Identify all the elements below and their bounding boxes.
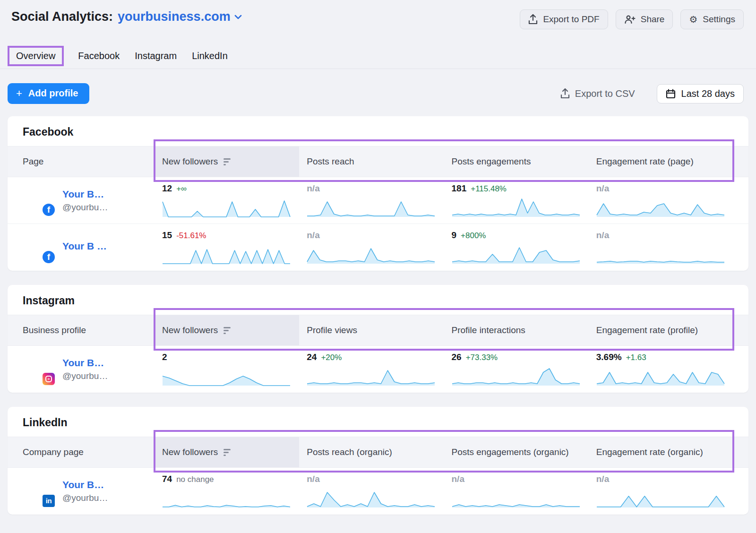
settings-button[interactable]: ⚙ Settings: [680, 9, 744, 29]
sparkline-chart: [162, 196, 291, 218]
profile-cell: f Your B …: [23, 232, 155, 263]
column-header-new-followers[interactable]: New followers: [155, 315, 299, 345]
column-header-posts-reach[interactable]: Posts reach: [299, 146, 444, 177]
table-header: Page New followers Posts reach Posts eng…: [8, 146, 748, 177]
metric-posts-reach: n/a: [299, 230, 444, 265]
metric-engagement-rate: 3.69%+1.63: [589, 352, 733, 387]
sparkline-chart: [452, 487, 580, 508]
sparkline-chart: [162, 365, 291, 387]
column-header-new-followers[interactable]: New followers: [155, 146, 299, 177]
sparkline-chart: [452, 243, 580, 265]
facebook-badge-icon: f: [42, 203, 56, 217]
calendar-icon: [666, 89, 676, 99]
column-header-profile-views[interactable]: Profile views: [299, 315, 444, 345]
facebook-badge-icon: f: [42, 250, 56, 264]
add-profile-label: Add profile: [28, 88, 78, 99]
column-header-profile-interactions[interactable]: Profile interactions: [444, 315, 589, 345]
metric-value: n/a: [307, 230, 319, 241]
profile-name-link[interactable]: Your B…: [62, 479, 108, 490]
metric-value: 74: [162, 474, 172, 484]
table-row: f Your B … 15-51.61% n/a 9+800%: [8, 224, 748, 271]
tab-instagram[interactable]: Instagram: [134, 47, 178, 65]
profile-cell: in Your B… @yourbu…: [23, 476, 155, 507]
column-header-company-page: Company page: [23, 437, 155, 467]
tab-facebook[interactable]: Facebook: [77, 47, 120, 65]
gear-icon: ⚙: [689, 15, 697, 24]
metric-value: 24: [307, 352, 317, 362]
metric-engagement-rate: n/a: [589, 230, 733, 265]
column-header-posts-engagements[interactable]: Posts engagements: [444, 146, 589, 177]
metric-delta: +800%: [461, 231, 486, 241]
tab-bar: Overview Facebook Instagram LinkedIn: [0, 43, 756, 69]
sparkline-chart: [307, 243, 435, 265]
project-selector[interactable]: yourbusiness.com: [118, 9, 242, 24]
column-header-page: Page: [23, 146, 155, 177]
export-csv-label: Export to CSV: [575, 88, 635, 99]
metric-posts-reach: n/a: [299, 183, 444, 218]
metric-delta: -51.61%: [176, 231, 206, 241]
share-button[interactable]: Share: [616, 9, 673, 29]
metric-value: n/a: [596, 474, 609, 484]
section-title: Facebook: [8, 116, 748, 146]
top-bar: Social Analytics: yourbusiness.com Expor…: [0, 0, 756, 29]
column-header-posts-reach-organic[interactable]: Posts reach (organic): [299, 437, 444, 467]
date-range-button[interactable]: Last 28 days: [657, 84, 744, 103]
add-profile-button[interactable]: + Add profile: [8, 83, 89, 104]
profile-name-link[interactable]: Your B …: [62, 241, 107, 252]
sparkline-chart: [452, 196, 580, 218]
sort-desc-icon: [223, 449, 231, 456]
upload-icon: [528, 14, 538, 25]
metric-new-followers: 12+∞: [155, 183, 299, 218]
metric-value: 2: [162, 352, 167, 362]
person-plus-icon: [624, 15, 636, 24]
metric-value: 26: [452, 352, 462, 362]
metric-engagement-rate-organic: n/a: [589, 474, 733, 508]
tab-overview[interactable]: Overview: [16, 51, 55, 61]
page-title: Social Analytics: yourbusiness.com: [11, 9, 242, 24]
profile-name-link[interactable]: Your B…: [62, 189, 108, 200]
metric-posts-reach-organic: n/a: [299, 474, 444, 508]
tab-linkedin[interactable]: LinkedIn: [191, 47, 229, 65]
metric-delta: +1.63: [626, 353, 646, 362]
metric-posts-engagements-organic: n/a: [444, 474, 589, 508]
metric-value: 15: [162, 230, 172, 241]
metric-value: 9: [452, 230, 457, 241]
export-csv-button[interactable]: Export to CSV: [560, 88, 635, 99]
section-title: Instagram: [8, 285, 748, 315]
column-header-new-followers[interactable]: New followers: [155, 437, 299, 467]
column-header-engagement-rate[interactable]: Engagement rate (page): [589, 146, 733, 177]
profile-cell: f Your B… @yourbu…: [23, 185, 155, 215]
table-header: Company page New followers Posts reach (…: [8, 437, 748, 468]
metric-posts-engagements: 9+800%: [444, 230, 589, 265]
column-header-engagement-rate[interactable]: Engagement rate (profile): [589, 315, 733, 345]
overview-tab-annotation: Overview: [8, 46, 64, 66]
profile-handle: @yourbu…: [62, 493, 108, 503]
upload-icon: [560, 88, 570, 99]
toolbar-right: Export to CSV Last 28 days: [560, 84, 744, 103]
metric-value: n/a: [596, 183, 609, 194]
column-header-business-profile: Business profile: [23, 315, 155, 345]
project-name: yourbusiness.com: [118, 9, 231, 24]
column-header-engagement-rate-organic[interactable]: Engagement rate (organic): [589, 437, 733, 467]
sparkline-chart: [307, 365, 435, 387]
metric-value: n/a: [452, 474, 464, 484]
column-header-posts-engagements-organic[interactable]: Posts engagements (organic): [444, 437, 589, 467]
sparkline-chart: [452, 365, 580, 387]
metric-new-followers: 15-51.61%: [155, 230, 299, 265]
avatar: [23, 354, 53, 385]
metric-new-followers: 2: [155, 352, 299, 387]
linkedin-badge-icon: in: [42, 494, 56, 508]
metric-value: 12: [162, 183, 172, 194]
metric-profile-views: 24+20%: [299, 352, 444, 387]
metric-profile-interactions: 26+73.33%: [444, 352, 589, 387]
table-row: f Your B… @yourbu… 12+∞ n/a 181+115.4: [8, 177, 748, 224]
profile-name-link[interactable]: Your B…: [62, 357, 108, 369]
metric-value: n/a: [307, 474, 319, 484]
metric-new-followers: 74no change: [155, 474, 299, 508]
avatar: f: [23, 232, 53, 263]
plus-icon: +: [16, 88, 22, 99]
metric-value: 3.69%: [596, 352, 622, 362]
top-actions: Export to PDF Share ⚙ Settings: [520, 9, 744, 29]
metric-value: n/a: [596, 230, 609, 241]
export-pdf-button[interactable]: Export to PDF: [520, 9, 608, 29]
